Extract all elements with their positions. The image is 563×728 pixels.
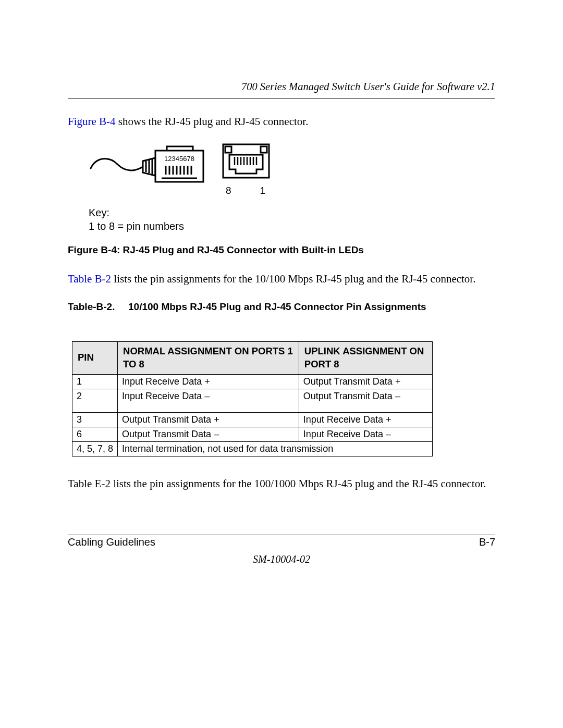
table-intro-rest: lists the pin assignments for the 10/100…	[111, 273, 475, 285]
cell-uplink: Input Receive Data –	[299, 427, 432, 441]
cell-pin: 6	[72, 427, 118, 441]
intro-rest: shows the RJ-45 plug and RJ-45 connector…	[116, 115, 309, 128]
table-row: 1 Input Receive Data + Output Transmit D…	[72, 374, 433, 389]
cell-pin: 1	[72, 374, 118, 389]
key-line: 1 to 8 = pin numbers	[89, 219, 495, 233]
figure-block: 12345678	[68, 143, 495, 233]
table-intro-paragraph: Table B-2 lists the pin assignments for …	[68, 272, 495, 286]
cell-uplink: Input Receive Data +	[299, 412, 432, 427]
table-caption-label: Table-B-2.	[68, 301, 128, 313]
rj45-jack-block: 8 1	[222, 143, 270, 196]
table-caption-text: 10/100 Mbps RJ-45 Plug and RJ-45 Connect…	[128, 301, 426, 313]
cell-normal: Output Transmit Data +	[118, 412, 299, 427]
table-header-row: PIN NORMAL ASSIGNMENT ON PORTS 1 TO 8 UP…	[72, 341, 433, 374]
intro-paragraph: Figure B-4 shows the RJ-45 plug and RJ-4…	[68, 114, 495, 129]
footer-doc-id: SM-10004-02	[68, 553, 495, 565]
cell-pin: 2	[72, 389, 118, 412]
table-caption: Table-B-2. 10/100 Mbps RJ-45 Plug and RJ…	[68, 301, 495, 313]
th-pin: PIN	[72, 341, 118, 374]
key-heading: Key:	[89, 206, 495, 219]
footer-left: Cabling Guidelines	[68, 536, 155, 548]
table-row: 6 Output Transmit Data – Input Receive D…	[72, 427, 433, 441]
closing-paragraph: Table E-2 lists the pin assignments for …	[68, 476, 495, 491]
cell-pin: 4, 5, 7, 8	[72, 441, 118, 456]
page: 700 Series Managed Switch User's Guide f…	[0, 0, 563, 728]
table-row: 2 Input Receive Data – Output Transmit D…	[72, 389, 433, 412]
jack-label-8: 8	[226, 185, 231, 196]
doc-header-title: 700 Series Managed Switch User's Guide f…	[68, 81, 495, 93]
plug-pin-numbers: 12345678	[164, 155, 194, 163]
cell-normal: Output Transmit Data –	[118, 427, 299, 441]
th-normal: NORMAL ASSIGNMENT ON PORTS 1 TO 8	[118, 341, 299, 374]
cell-uplink: Output Transmit Data –	[299, 389, 432, 412]
table-row: 3 Output Transmit Data + Input Receive D…	[72, 412, 433, 427]
pin-assignment-table: PIN NORMAL ASSIGNMENT ON PORTS 1 TO 8 UP…	[72, 341, 433, 456]
table-ref-link[interactable]: Table B-2	[68, 273, 111, 285]
rj45-plug-icon: 12345678	[89, 143, 209, 190]
header-rule	[68, 98, 495, 98]
cell-footer-text: Internal termination, not used for data …	[118, 441, 433, 456]
table-footer-row: 4, 5, 7, 8 Internal termination, not use…	[72, 441, 433, 456]
jack-label-1: 1	[260, 185, 265, 196]
cell-pin: 3	[72, 412, 118, 427]
figure-ref-link[interactable]: Figure B-4	[68, 115, 116, 128]
footer-right: B-7	[479, 536, 495, 548]
cell-normal: Input Receive Data –	[118, 389, 299, 412]
jack-pin-labels: 8 1	[226, 185, 265, 196]
cell-normal: Input Receive Data +	[118, 374, 299, 389]
cell-uplink: Output Transmit Data +	[299, 374, 432, 389]
figure-key: Key: 1 to 8 = pin numbers	[89, 206, 495, 233]
figure-caption: Figure B-4: RJ-45 Plug and RJ-45 Connect…	[68, 244, 495, 256]
rj45-jack-icon	[222, 143, 270, 181]
page-footer: Cabling Guidelines B-7 SM-10004-02	[68, 532, 495, 565]
th-uplink: UPLINK ASSIGNMENT ON PORT 8	[299, 341, 432, 374]
diagram-row: 12345678	[89, 143, 495, 196]
